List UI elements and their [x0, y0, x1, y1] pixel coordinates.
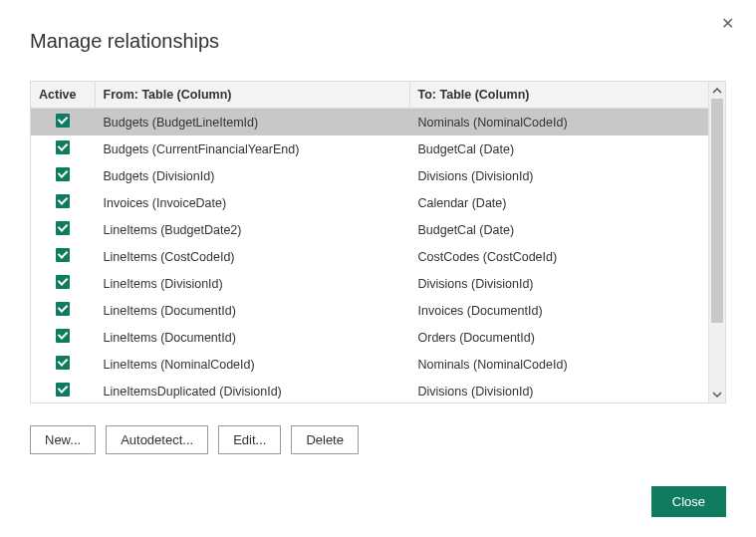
- active-cell: [31, 109, 95, 136]
- table-row[interactable]: LineItems (BudgetDate2)BudgetCal (Date): [31, 216, 708, 243]
- scrollbar-track[interactable]: [709, 99, 725, 386]
- active-cell: [31, 378, 95, 403]
- column-header-from[interactable]: From: Table (Column): [95, 82, 409, 109]
- from-cell: Budgets (CurrentFinancialYearEnd): [95, 135, 409, 162]
- from-cell: Invoices (InvoiceDate): [95, 189, 409, 216]
- table-row[interactable]: Budgets (DivisionId)Divisions (DivisionI…: [31, 162, 708, 189]
- active-checkbox[interactable]: [56, 356, 70, 370]
- relationships-table-container: Active From: Table (Column) To: Table (C…: [30, 81, 726, 403]
- active-checkbox[interactable]: [56, 329, 70, 343]
- active-checkbox[interactable]: [56, 194, 70, 208]
- table-row[interactable]: LineItems (NominalCodeId)Nominals (Nomin…: [31, 351, 708, 378]
- active-cell: [31, 351, 95, 378]
- active-cell: [31, 135, 95, 162]
- close-icon[interactable]: ✕: [721, 14, 734, 33]
- to-cell: CostCodes (CostCodeId): [409, 243, 708, 270]
- table-row[interactable]: LineItems (DocumentId)Orders (DocumentId…: [31, 324, 708, 351]
- delete-button[interactable]: Delete: [291, 425, 359, 454]
- active-checkbox[interactable]: [56, 275, 70, 289]
- to-cell: Calendar (Date): [409, 189, 708, 216]
- from-cell: LineItemsDuplicated (DivisionId): [95, 378, 409, 403]
- table-row[interactable]: LineItems (DivisionId)Divisions (Divisio…: [31, 270, 708, 297]
- active-cell: [31, 270, 95, 297]
- to-cell: Divisions (DivisionId): [409, 378, 708, 403]
- close-button[interactable]: Close: [651, 486, 726, 517]
- active-cell: [31, 189, 95, 216]
- edit-button[interactable]: Edit...: [218, 425, 281, 454]
- column-header-to[interactable]: To: Table (Column): [409, 82, 708, 109]
- active-cell: [31, 324, 95, 351]
- active-checkbox[interactable]: [56, 383, 70, 397]
- active-checkbox[interactable]: [56, 140, 70, 154]
- to-cell: Nominals (NominalCodeId): [409, 109, 708, 136]
- to-cell: BudgetCal (Date): [409, 135, 708, 162]
- scroll-up-icon[interactable]: [709, 82, 725, 99]
- from-cell: LineItems (DivisionId): [95, 270, 409, 297]
- from-cell: LineItems (DocumentId): [95, 324, 409, 351]
- active-checkbox[interactable]: [56, 114, 70, 128]
- column-header-active[interactable]: Active: [31, 82, 95, 109]
- table-row[interactable]: Budgets (BudgetLineItemId)Nominals (Nomi…: [31, 109, 708, 136]
- from-cell: Budgets (DivisionId): [95, 162, 409, 189]
- active-cell: [31, 297, 95, 324]
- relationships-table: Active From: Table (Column) To: Table (C…: [31, 82, 708, 403]
- table-row[interactable]: LineItems (CostCodeId)CostCodes (CostCod…: [31, 243, 708, 270]
- from-cell: LineItems (DocumentId): [95, 297, 409, 324]
- to-cell: Divisions (DivisionId): [409, 270, 708, 297]
- vertical-scrollbar[interactable]: [708, 82, 725, 403]
- dialog-footer: Close: [651, 486, 726, 517]
- action-button-row: New... Autodetect... Edit... Delete: [30, 425, 726, 454]
- from-cell: LineItems (BudgetDate2): [95, 216, 409, 243]
- active-cell: [31, 243, 95, 270]
- autodetect-button[interactable]: Autodetect...: [106, 425, 208, 454]
- active-cell: [31, 162, 95, 189]
- active-checkbox[interactable]: [56, 221, 70, 235]
- to-cell: Divisions (DivisionId): [409, 162, 708, 189]
- from-cell: LineItems (CostCodeId): [95, 243, 409, 270]
- from-cell: LineItems (NominalCodeId): [95, 351, 409, 378]
- table-row[interactable]: Budgets (CurrentFinancialYearEnd)BudgetC…: [31, 135, 708, 162]
- dialog-title: Manage relationships: [30, 30, 726, 53]
- from-cell: Budgets (BudgetLineItemId): [95, 109, 409, 136]
- scroll-down-icon[interactable]: [709, 386, 725, 403]
- table-row[interactable]: LineItemsDuplicated (DivisionId)Division…: [31, 378, 708, 403]
- to-cell: Orders (DocumentId): [409, 324, 708, 351]
- active-checkbox[interactable]: [56, 302, 70, 316]
- table-row[interactable]: Invoices (InvoiceDate)Calendar (Date): [31, 189, 708, 216]
- to-cell: Nominals (NominalCodeId): [409, 351, 708, 378]
- active-cell: [31, 216, 95, 243]
- new-button[interactable]: New...: [30, 425, 96, 454]
- to-cell: Invoices (DocumentId): [409, 297, 708, 324]
- table-row[interactable]: LineItems (DocumentId)Invoices (Document…: [31, 297, 708, 324]
- manage-relationships-dialog: Manage relationships Active From: Table …: [0, 0, 756, 474]
- active-checkbox[interactable]: [56, 248, 70, 262]
- active-checkbox[interactable]: [56, 167, 70, 181]
- to-cell: BudgetCal (Date): [409, 216, 708, 243]
- scrollbar-thumb[interactable]: [711, 99, 723, 323]
